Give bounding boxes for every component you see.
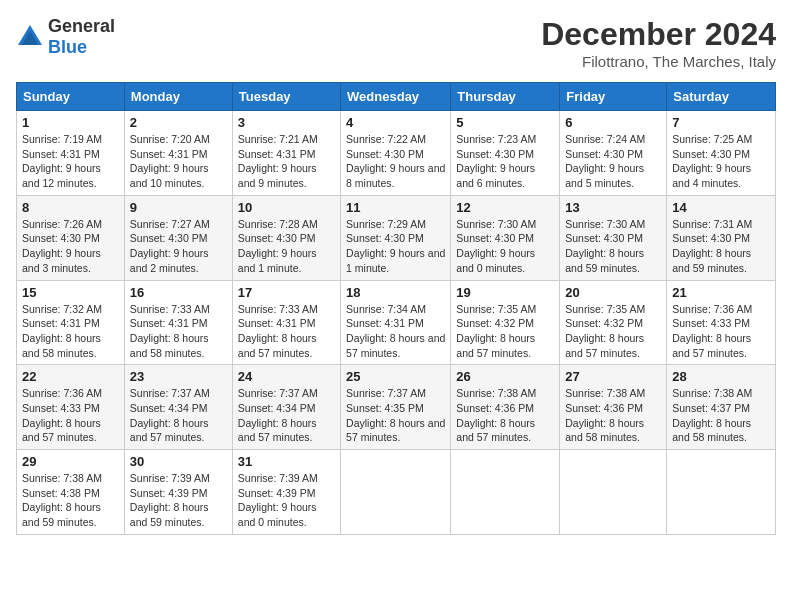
day-number: 4 [346, 115, 445, 130]
day-number: 27 [565, 369, 661, 384]
table-row: 29Sunrise: 7:38 AMSunset: 4:38 PMDayligh… [17, 450, 125, 535]
table-row: 2Sunrise: 7:20 AMSunset: 4:31 PMDaylight… [124, 111, 232, 196]
calendar-week-row: 29Sunrise: 7:38 AMSunset: 4:38 PMDayligh… [17, 450, 776, 535]
day-detail: Sunrise: 7:24 AMSunset: 4:30 PMDaylight:… [565, 132, 661, 191]
table-row: 15Sunrise: 7:32 AMSunset: 4:31 PMDayligh… [17, 280, 125, 365]
day-number: 30 [130, 454, 227, 469]
logo-text-blue: Blue [48, 37, 87, 57]
header-wednesday: Wednesday [341, 83, 451, 111]
table-row: 30Sunrise: 7:39 AMSunset: 4:39 PMDayligh… [124, 450, 232, 535]
day-detail: Sunrise: 7:39 AMSunset: 4:39 PMDaylight:… [238, 471, 335, 530]
table-row: 25Sunrise: 7:37 AMSunset: 4:35 PMDayligh… [341, 365, 451, 450]
calendar-table: Sunday Monday Tuesday Wednesday Thursday… [16, 82, 776, 535]
table-row: 24Sunrise: 7:37 AMSunset: 4:34 PMDayligh… [232, 365, 340, 450]
day-detail: Sunrise: 7:37 AMSunset: 4:34 PMDaylight:… [238, 386, 335, 445]
month-title: December 2024 [541, 16, 776, 53]
table-row: 22Sunrise: 7:36 AMSunset: 4:33 PMDayligh… [17, 365, 125, 450]
day-detail: Sunrise: 7:38 AMSunset: 4:36 PMDaylight:… [565, 386, 661, 445]
table-row: 9Sunrise: 7:27 AMSunset: 4:30 PMDaylight… [124, 195, 232, 280]
day-detail: Sunrise: 7:19 AMSunset: 4:31 PMDaylight:… [22, 132, 119, 191]
day-number: 31 [238, 454, 335, 469]
day-number: 5 [456, 115, 554, 130]
table-row: 23Sunrise: 7:37 AMSunset: 4:34 PMDayligh… [124, 365, 232, 450]
day-detail: Sunrise: 7:23 AMSunset: 4:30 PMDaylight:… [456, 132, 554, 191]
table-row: 14Sunrise: 7:31 AMSunset: 4:30 PMDayligh… [667, 195, 776, 280]
table-row: 7Sunrise: 7:25 AMSunset: 4:30 PMDaylight… [667, 111, 776, 196]
logo-text-general: General [48, 16, 115, 36]
day-detail: Sunrise: 7:35 AMSunset: 4:32 PMDaylight:… [456, 302, 554, 361]
day-number: 25 [346, 369, 445, 384]
day-detail: Sunrise: 7:26 AMSunset: 4:30 PMDaylight:… [22, 217, 119, 276]
day-number: 18 [346, 285, 445, 300]
day-number: 16 [130, 285, 227, 300]
day-detail: Sunrise: 7:34 AMSunset: 4:31 PMDaylight:… [346, 302, 445, 361]
day-number: 8 [22, 200, 119, 215]
day-detail: Sunrise: 7:38 AMSunset: 4:38 PMDaylight:… [22, 471, 119, 530]
day-detail: Sunrise: 7:20 AMSunset: 4:31 PMDaylight:… [130, 132, 227, 191]
day-detail: Sunrise: 7:37 AMSunset: 4:34 PMDaylight:… [130, 386, 227, 445]
day-number: 13 [565, 200, 661, 215]
table-row [667, 450, 776, 535]
day-detail: Sunrise: 7:21 AMSunset: 4:31 PMDaylight:… [238, 132, 335, 191]
day-number: 14 [672, 200, 770, 215]
logo: General Blue [16, 16, 115, 58]
day-detail: Sunrise: 7:27 AMSunset: 4:30 PMDaylight:… [130, 217, 227, 276]
day-number: 7 [672, 115, 770, 130]
day-number: 1 [22, 115, 119, 130]
table-row: 27Sunrise: 7:38 AMSunset: 4:36 PMDayligh… [560, 365, 667, 450]
calendar-week-row: 22Sunrise: 7:36 AMSunset: 4:33 PMDayligh… [17, 365, 776, 450]
header-saturday: Saturday [667, 83, 776, 111]
table-row: 19Sunrise: 7:35 AMSunset: 4:32 PMDayligh… [451, 280, 560, 365]
header-monday: Monday [124, 83, 232, 111]
day-number: 28 [672, 369, 770, 384]
day-number: 15 [22, 285, 119, 300]
day-number: 21 [672, 285, 770, 300]
table-row: 28Sunrise: 7:38 AMSunset: 4:37 PMDayligh… [667, 365, 776, 450]
day-number: 11 [346, 200, 445, 215]
table-row: 31Sunrise: 7:39 AMSunset: 4:39 PMDayligh… [232, 450, 340, 535]
calendar-week-row: 1Sunrise: 7:19 AMSunset: 4:31 PMDaylight… [17, 111, 776, 196]
day-detail: Sunrise: 7:33 AMSunset: 4:31 PMDaylight:… [130, 302, 227, 361]
day-detail: Sunrise: 7:30 AMSunset: 4:30 PMDaylight:… [456, 217, 554, 276]
table-row: 20Sunrise: 7:35 AMSunset: 4:32 PMDayligh… [560, 280, 667, 365]
table-row: 4Sunrise: 7:22 AMSunset: 4:30 PMDaylight… [341, 111, 451, 196]
table-row: 6Sunrise: 7:24 AMSunset: 4:30 PMDaylight… [560, 111, 667, 196]
day-detail: Sunrise: 7:22 AMSunset: 4:30 PMDaylight:… [346, 132, 445, 191]
day-number: 20 [565, 285, 661, 300]
day-number: 29 [22, 454, 119, 469]
day-detail: Sunrise: 7:28 AMSunset: 4:30 PMDaylight:… [238, 217, 335, 276]
location-subtitle: Filottrano, The Marches, Italy [541, 53, 776, 70]
day-detail: Sunrise: 7:38 AMSunset: 4:36 PMDaylight:… [456, 386, 554, 445]
day-number: 12 [456, 200, 554, 215]
day-number: 3 [238, 115, 335, 130]
table-row: 12Sunrise: 7:30 AMSunset: 4:30 PMDayligh… [451, 195, 560, 280]
day-number: 23 [130, 369, 227, 384]
day-detail: Sunrise: 7:31 AMSunset: 4:30 PMDaylight:… [672, 217, 770, 276]
table-row: 16Sunrise: 7:33 AMSunset: 4:31 PMDayligh… [124, 280, 232, 365]
day-detail: Sunrise: 7:33 AMSunset: 4:31 PMDaylight:… [238, 302, 335, 361]
day-detail: Sunrise: 7:36 AMSunset: 4:33 PMDaylight:… [672, 302, 770, 361]
day-number: 10 [238, 200, 335, 215]
day-detail: Sunrise: 7:25 AMSunset: 4:30 PMDaylight:… [672, 132, 770, 191]
table-row: 10Sunrise: 7:28 AMSunset: 4:30 PMDayligh… [232, 195, 340, 280]
day-number: 19 [456, 285, 554, 300]
day-detail: Sunrise: 7:36 AMSunset: 4:33 PMDaylight:… [22, 386, 119, 445]
table-row: 18Sunrise: 7:34 AMSunset: 4:31 PMDayligh… [341, 280, 451, 365]
title-area: December 2024 Filottrano, The Marches, I… [541, 16, 776, 70]
day-detail: Sunrise: 7:35 AMSunset: 4:32 PMDaylight:… [565, 302, 661, 361]
day-detail: Sunrise: 7:32 AMSunset: 4:31 PMDaylight:… [22, 302, 119, 361]
day-number: 24 [238, 369, 335, 384]
day-detail: Sunrise: 7:39 AMSunset: 4:39 PMDaylight:… [130, 471, 227, 530]
day-detail: Sunrise: 7:29 AMSunset: 4:30 PMDaylight:… [346, 217, 445, 276]
header-tuesday: Tuesday [232, 83, 340, 111]
table-row: 5Sunrise: 7:23 AMSunset: 4:30 PMDaylight… [451, 111, 560, 196]
table-row: 13Sunrise: 7:30 AMSunset: 4:30 PMDayligh… [560, 195, 667, 280]
table-row [451, 450, 560, 535]
header-friday: Friday [560, 83, 667, 111]
day-detail: Sunrise: 7:38 AMSunset: 4:37 PMDaylight:… [672, 386, 770, 445]
day-number: 9 [130, 200, 227, 215]
header: General Blue December 2024 Filottrano, T… [16, 16, 776, 70]
logo-icon [16, 23, 44, 51]
table-row: 3Sunrise: 7:21 AMSunset: 4:31 PMDaylight… [232, 111, 340, 196]
table-row: 1Sunrise: 7:19 AMSunset: 4:31 PMDaylight… [17, 111, 125, 196]
